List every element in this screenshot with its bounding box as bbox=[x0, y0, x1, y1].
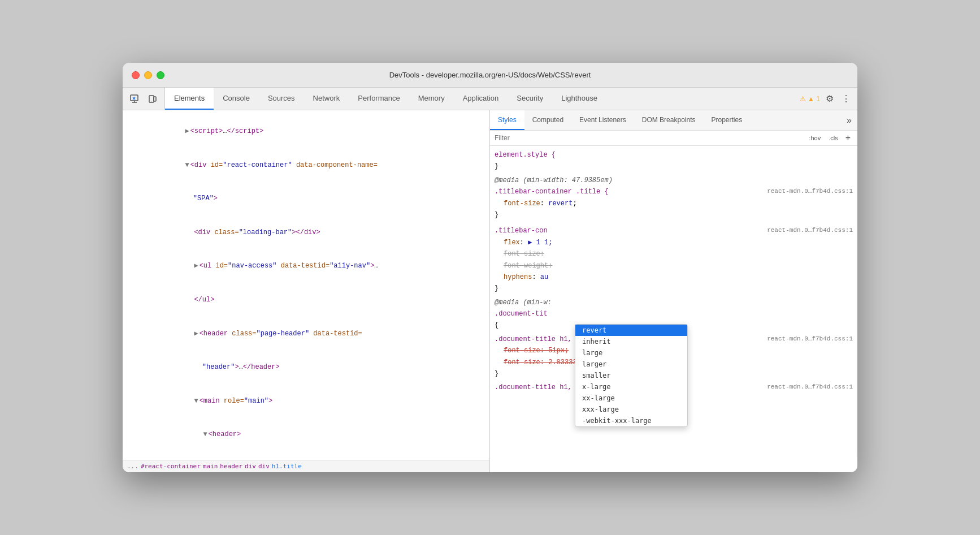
autocomplete-item-xx-large[interactable]: xx-large bbox=[575, 392, 687, 404]
tab-properties[interactable]: Properties bbox=[703, 110, 750, 130]
dom-line[interactable]: <div class="loading-bar"></div> bbox=[123, 216, 489, 250]
breadcrumb-item-main[interactable]: main bbox=[203, 463, 218, 470]
styles-content: element.style { } @media (min-width: 47.… bbox=[490, 146, 857, 472]
dom-line[interactable]: ▶<ul id="nav-access" data-testid="a11y-n… bbox=[123, 249, 489, 283]
expand-arrow[interactable]: ▼ bbox=[185, 161, 189, 169]
expand-arrow[interactable]: ▶ bbox=[185, 127, 189, 135]
prop-flex-value[interactable]: ▶ 1 1; bbox=[528, 239, 552, 247]
tab-event-listeners[interactable]: Event Listeners bbox=[571, 110, 634, 130]
tab-performance[interactable]: Performance bbox=[349, 88, 409, 110]
rule-selector-line-2: .titlebar-con react-mdn.0…f7b4d.css:1 bbox=[495, 225, 853, 236]
breadcrumb-item-header[interactable]: header bbox=[220, 463, 242, 470]
autocomplete-item-x-large[interactable]: x-large bbox=[575, 381, 687, 392]
minimize-button[interactable] bbox=[144, 71, 152, 79]
prop-value[interactable]: revert bbox=[548, 200, 573, 208]
window-title: DevTools - developer.mozilla.org/en-US/d… bbox=[389, 71, 591, 79]
autocomplete-dropdown: revert inherit large larger smaller x-la… bbox=[575, 324, 688, 427]
tab-elements[interactable]: Elements bbox=[165, 88, 214, 110]
element-style-rule: element.style { } bbox=[490, 148, 857, 174]
rule-close: } bbox=[495, 209, 853, 221]
expand-arrow[interactable]: ▼ bbox=[203, 430, 207, 438]
media-query-text: @media (min-width: 47.9385em) bbox=[495, 176, 613, 184]
style-source-link-3[interactable]: react-mdn.0…f7b4d.css:1 bbox=[767, 334, 853, 344]
dom-tree[interactable]: ▶<script>…</script> ▼<div id="react-cont… bbox=[123, 110, 489, 460]
breadcrumb-item-div1[interactable]: div bbox=[245, 463, 256, 470]
tab-sources[interactable]: Sources bbox=[259, 88, 304, 110]
prop-hyphens[interactable]: hyphens bbox=[504, 273, 532, 281]
tab-computed[interactable]: Computed bbox=[524, 110, 571, 130]
rule-selector-line-3: .document-tit bbox=[495, 308, 853, 320]
tab-styles[interactable]: Styles bbox=[490, 110, 524, 130]
tab-network[interactable]: Network bbox=[304, 88, 349, 110]
breadcrumb-item-h1-title[interactable]: h1.title bbox=[272, 463, 302, 470]
breadcrumb-bar: ... #react-container main header div div… bbox=[123, 460, 489, 472]
dom-line[interactable]: "header">…</header> bbox=[123, 351, 489, 385]
styles-panel: Styles Computed Event Listeners DOM Brea… bbox=[490, 110, 857, 472]
warning-badge: ⚠ ▲ 1 bbox=[800, 95, 820, 103]
prop-font-weight-struck[interactable]: font-weight: bbox=[504, 262, 552, 270]
dom-line[interactable]: ▼<main role="main"> bbox=[123, 385, 489, 418]
dom-line[interactable]: ▶<header class="page-header" data-testid… bbox=[123, 317, 489, 351]
autocomplete-item-larger[interactable]: larger bbox=[575, 359, 687, 370]
maximize-button[interactable] bbox=[157, 71, 164, 79]
tab-security[interactable]: Security bbox=[508, 88, 552, 110]
device-icon[interactable] bbox=[145, 92, 160, 106]
dom-line[interactable]: ▼<div id="react-container" data-componen… bbox=[123, 149, 489, 183]
prop-hyphens-value[interactable]: au bbox=[540, 273, 548, 281]
prop-name[interactable]: font-size bbox=[504, 200, 540, 208]
style-prop-flex: flex: ▶ 1 1; bbox=[495, 237, 853, 248]
autocomplete-item-revert[interactable]: revert bbox=[575, 325, 687, 336]
expand-arrow[interactable]: ▶ bbox=[194, 330, 198, 338]
toolbar-icons bbox=[123, 88, 165, 110]
dom-line[interactable]: ▼<div class="titlebar-container"> bbox=[123, 452, 489, 460]
style-source-link[interactable]: react-mdn.0…f7b4d.css:1 bbox=[767, 186, 853, 197]
colon: : bbox=[540, 200, 548, 208]
rule-selector: .titlebar-container .title { bbox=[495, 188, 609, 196]
rule-selector-3: .document-tit bbox=[495, 310, 548, 318]
settings-icon[interactable]: ⚙ bbox=[823, 91, 836, 106]
dom-line[interactable]: </ul> bbox=[123, 283, 489, 317]
media-query: @media (min-width: 47.9385em) bbox=[495, 175, 853, 186]
filter-input[interactable] bbox=[495, 134, 806, 142]
devtools-container: Elements Console Sources Network Perform… bbox=[123, 88, 857, 472]
expand-arrow[interactable]: ▼ bbox=[194, 397, 198, 405]
add-style-button[interactable]: + bbox=[843, 133, 853, 143]
cls-filter-button[interactable]: .cls bbox=[826, 133, 841, 143]
prop-font-size-struck[interactable]: font-size: bbox=[504, 250, 544, 258]
dom-line[interactable]: ▼<header> bbox=[123, 418, 489, 452]
autocomplete-item-inherit[interactable]: inherit bbox=[575, 336, 687, 347]
tab-application[interactable]: Application bbox=[454, 88, 508, 110]
tab-memory[interactable]: Memory bbox=[409, 88, 454, 110]
rule-close-2: } bbox=[495, 283, 853, 294]
dom-line[interactable]: ▶<script>…</script> bbox=[123, 115, 489, 149]
filter-bar: :hov .cls + bbox=[490, 131, 857, 146]
expand-arrow[interactable]: ▶ bbox=[194, 262, 198, 270]
more-tabs-icon[interactable]: » bbox=[841, 110, 857, 130]
tab-lighthouse[interactable]: Lighthouse bbox=[552, 88, 606, 110]
style-source-link-4[interactable]: react-mdn.0…f7b4d.css:1 bbox=[767, 382, 853, 392]
hov-filter-button[interactable]: :hov bbox=[806, 133, 823, 143]
inspector-icon[interactable] bbox=[127, 92, 142, 106]
more-options-icon[interactable]: ⋮ bbox=[839, 91, 853, 106]
breadcrumb-item-div2[interactable]: div bbox=[258, 463, 270, 470]
tab-dom-breakpoints[interactable]: DOM Breakpoints bbox=[634, 110, 704, 130]
autocomplete-item-large[interactable]: large bbox=[575, 347, 687, 359]
warning-count: ▲ 1 bbox=[808, 95, 820, 103]
style-prop-hyphens: hyphens: au bbox=[495, 271, 853, 283]
media-query-2: @media (min-w: bbox=[495, 297, 853, 308]
prop-flex[interactable]: flex bbox=[504, 239, 520, 247]
top-tab-bar: Elements Console Sources Network Perform… bbox=[123, 88, 857, 110]
autocomplete-item-webkit-xxx-large[interactable]: -webkit-xxx-large bbox=[575, 415, 687, 426]
style-prop-font-weight-strikethrough: font-weight: bbox=[495, 260, 853, 271]
style-prop-line: font-size: revert; bbox=[495, 198, 853, 209]
dom-line[interactable]: "SPA"> bbox=[123, 182, 489, 216]
autocomplete-item-xxx-large[interactable]: xxx-large bbox=[575, 404, 687, 415]
breadcrumb-item-react-container[interactable]: #react-container bbox=[141, 463, 201, 470]
devtools-window: DevTools - developer.mozilla.org/en-US/d… bbox=[123, 63, 857, 472]
tab-console[interactable]: Console bbox=[214, 88, 259, 110]
prop-font-size-51[interactable]: font-size: 51px; bbox=[504, 347, 569, 355]
style-source-link-2[interactable]: react-mdn.0…f7b4d.css:1 bbox=[767, 225, 853, 236]
autocomplete-item-smaller[interactable]: smaller bbox=[575, 370, 687, 381]
tab-right-actions: ⚠ ▲ 1 ⚙ ⋮ bbox=[795, 88, 857, 110]
close-button[interactable] bbox=[132, 71, 140, 79]
